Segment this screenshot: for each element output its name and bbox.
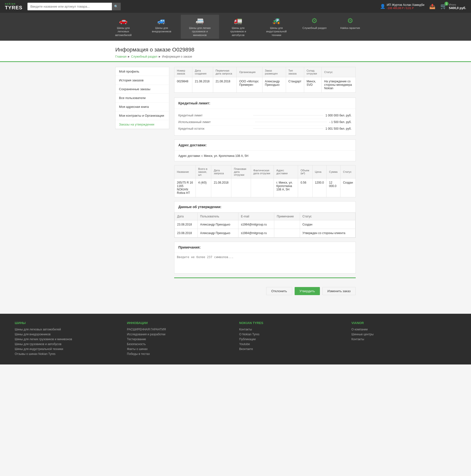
appr-note-1 (274, 220, 300, 229)
sidebar-item-contracts[interactable]: Мои контракты и Организации (116, 111, 169, 120)
footer-link[interactable]: Шины для индустриальной техники (15, 347, 120, 351)
nav-item-van[interactable]: 🚐 Шины для легких грузовиков и минивэнов (181, 15, 219, 39)
footer-col4-title: VIANOR (352, 321, 456, 325)
product-request-date: 21.08.2018 (211, 178, 231, 197)
th-appr-note: Примечание (274, 213, 300, 220)
product-volume: 0.56 (298, 178, 312, 197)
content: Номер заказа Дата создания Первичная дат… (174, 67, 356, 299)
footer-link[interactable]: Победы в тестах (127, 352, 232, 356)
nav-item-hakka[interactable]: ⚙ Hakka-гарантия (333, 15, 367, 39)
appr-user-1: Александр Приходько (198, 220, 238, 229)
nav-item-passenger[interactable]: 🚗 Шины для легковых автомобилей (104, 15, 143, 39)
table-row: 23.08.2018 Александр Приходько s1984@mit… (175, 220, 355, 229)
page-title: Информация о заказе O029898 (115, 47, 356, 55)
th-actual-date: Фактическая дата отгрузки (251, 165, 274, 178)
table-row: 265/75 R 16 1165 NOKIAN Rotiva HT 4 (4/0… (174, 178, 356, 197)
th-sum: Сумма (326, 165, 341, 178)
industrial-icon: 🚜 (272, 17, 281, 25)
footer-link[interactable]: РАСШИРЕННАЯ ГАРАНТИЯ (127, 328, 232, 331)
nav-item-industrial[interactable]: 🚜 Шины для индустриальной техники (257, 15, 296, 39)
sidebar-item-address[interactable]: Моя адресная книга (116, 102, 169, 111)
appr-user-2: Александр Приходько (198, 229, 238, 237)
notes-section: Примечания: (174, 242, 356, 273)
cart-badge: 1 (445, 2, 448, 6)
nav-item-service[interactable]: ⚙ Служебный раздел (296, 15, 333, 39)
footer-link-youtube[interactable]: Youtube (239, 342, 344, 346)
footer-link[interactable]: О компании (352, 328, 456, 331)
notes-input[interactable] (174, 253, 355, 272)
change-button[interactable]: Изменить заказ (322, 287, 356, 295)
main-nav: 🚗 Шины для легковых автомобилей 🚙 Шины д… (0, 13, 471, 41)
credit-row-used: Использованный лимит - 1 500 бел. руб. (178, 119, 352, 125)
sidebar-item-approval[interactable]: Заказы на утверждении (116, 120, 169, 129)
footer-grid: ШИНЫ Шины для легковых автомобилей Шины … (15, 321, 456, 357)
th-primary-date: Первичная дата запроса (213, 67, 237, 77)
search-input[interactable] (27, 3, 121, 10)
approve-button[interactable]: Утвердить (295, 287, 320, 295)
search-button[interactable]: 🔍 (112, 3, 121, 10)
th-warehouse: Склад отгрузки (304, 67, 322, 77)
reject-button[interactable]: Отклонить (266, 287, 292, 295)
footer-link[interactable]: Шинные центры (352, 333, 456, 336)
footer-link[interactable]: Вконтакте (239, 347, 344, 351)
nav-item-suv[interactable]: 🚙 Шины для внедорожников (143, 15, 181, 39)
van-icon: 🚐 (196, 17, 204, 25)
order-status: На утверждение со стороны менеджера Noki… (322, 77, 356, 92)
user-details: ИП Журтов Аслан Хамидби -108 489,88 Р / … (387, 3, 424, 10)
footer-link[interactable]: О Nokian Tyres (239, 333, 344, 336)
export-icon[interactable]: 📤 (429, 3, 435, 9)
th-volume: Объем (м³) (298, 165, 312, 178)
footer-link[interactable]: Контакты (352, 338, 456, 341)
cart-icon[interactable]: 🛒 1 (440, 3, 447, 10)
footer-link[interactable]: Шины для легких грузовиков и минивэнов (15, 338, 120, 341)
search-form: 🔍 (27, 3, 121, 10)
organization: ООО «Моторс Премиум» (237, 77, 262, 92)
footer-col-vianor: VIANOR О компании Шинные центры Контакты (352, 321, 456, 357)
sidebar-item-users[interactable]: Все пользователи (116, 94, 169, 102)
footer-link[interactable]: Шины для грузовиков и автобусов (15, 342, 120, 346)
footer-link[interactable]: Шины для внедорожников (15, 333, 120, 336)
product-price: 1200.0 (312, 178, 326, 197)
product-name: 265/75 R 16 1165 NOKIAN Rotiva HT (174, 178, 196, 197)
footer-link[interactable]: Шины для легковых автомобилей (15, 328, 120, 331)
delivery-body: Адрес доставки: г. Минск, ул. Кропоткина… (174, 151, 355, 161)
credit-limit-label: Кредитный лимит (178, 114, 251, 117)
footer-link[interactable]: Публикации (239, 338, 344, 341)
sidebar-item-orders[interactable]: История заказов (116, 76, 169, 85)
th-appr-status: Статус (300, 213, 355, 220)
breadcrumb-home[interactable]: Главная (115, 55, 127, 58)
breadcrumb-current: Информация о заказе (162, 55, 192, 58)
notes-title: Примечания: (174, 242, 355, 253)
th-product-status: Статус (341, 165, 356, 178)
approval-table: Дата Пользователь E-mail Примечание Стат… (174, 213, 355, 238)
footer-link[interactable]: Контакты (239, 328, 344, 331)
sidebar-menu: Мой профиль История заказов Сохраненные … (115, 67, 169, 129)
cart-info: 🛒 1 Итого 5400,0 руб. (440, 3, 466, 10)
th-order-type: Тип заказа (286, 67, 304, 77)
nav-item-truck[interactable]: 🚛 Шины для грузовиков и автобусов (219, 15, 257, 39)
sidebar: Мой профиль История заказов Сохраненные … (115, 67, 169, 299)
th-organization: Организация (237, 67, 262, 77)
breadcrumb: Главная ► Служебный раздел ► Информация … (115, 55, 356, 61)
warehouse: Минск, SVD (304, 77, 322, 92)
footer-link[interactable]: Тестирование (127, 338, 232, 341)
credit-used-label: Использованный лимит (178, 120, 253, 124)
product-actual-date (251, 178, 274, 197)
footer-col3-title: NOKIAN TYRES (239, 321, 344, 325)
credit-section: Кредитный лимит: Кредитный лимит 1 000 0… (174, 98, 356, 136)
footer-link[interactable]: Безопасность (127, 342, 232, 346)
table-row: 0029848 21.08.2018 21.08.2018 ООО «Мотор… (174, 77, 356, 92)
footer-link[interactable]: Отзывы о шинах Nokian Tyres (15, 352, 120, 356)
appr-date-2: 23.08.2018 (175, 229, 198, 237)
delivery-section: Адрес доставки: Адрес доставки: г. Минск… (174, 139, 356, 161)
sidebar-item-profile[interactable]: Мой профиль (116, 67, 169, 76)
order-type: Стандарт (286, 77, 304, 92)
footer-link[interactable]: Факты о шинах (127, 347, 232, 351)
footer-link[interactable]: Исследования и разработки (127, 333, 232, 336)
product-address: г. Минск, ул. Кропоткина 108 А, 5Н (274, 178, 298, 197)
sidebar-item-saved[interactable]: Сохраненные заказы (116, 85, 169, 94)
breadcrumb-service[interactable]: Служебный раздел (131, 55, 157, 58)
appr-status-2: Утвержден со стороны клиента (300, 229, 355, 237)
placed-by: Александр Приходько (262, 77, 286, 92)
footer-col-tires: ШИНЫ Шины для легковых автомобилей Шины … (15, 321, 120, 357)
